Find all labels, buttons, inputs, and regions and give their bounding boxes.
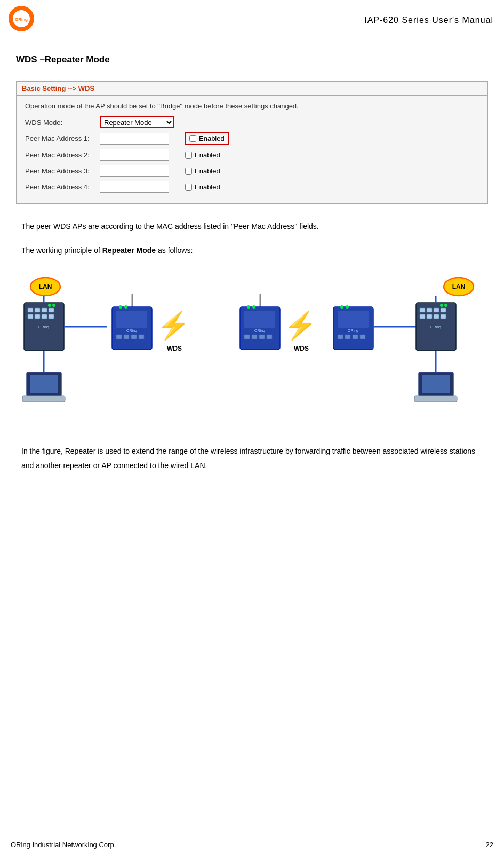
svg-rect-15 bbox=[49, 314, 54, 319]
svg-text:LAN: LAN bbox=[452, 283, 466, 290]
peer-enabled-2: Enabled bbox=[185, 151, 220, 159]
main-content: WDS –Repeater Mode Basic Setting --> WDS… bbox=[0, 38, 504, 492]
peer-mac-label-2: Peer Mac Address 2: bbox=[25, 151, 100, 159]
svg-rect-31 bbox=[116, 335, 122, 339]
svg-rect-14 bbox=[42, 314, 47, 319]
footer-company: ORing Industrial Networking Corp. bbox=[11, 841, 116, 849]
wds-box-header: Basic Setting --> WDS bbox=[17, 82, 487, 96]
svg-rect-73 bbox=[422, 375, 450, 393]
svg-rect-57 bbox=[360, 335, 365, 339]
svg-rect-8 bbox=[28, 308, 33, 312]
svg-point-29 bbox=[124, 305, 127, 309]
svg-rect-44 bbox=[252, 335, 257, 339]
peer-enabled-1: Enabled bbox=[185, 132, 229, 145]
svg-rect-12 bbox=[28, 314, 33, 319]
svg-text:WDS: WDS bbox=[294, 345, 309, 352]
header-title: IAP-620 Series User's Manual bbox=[364, 15, 493, 25]
svg-text:ORing: ORing bbox=[126, 329, 137, 333]
peer-enabled-checkbox-1[interactable] bbox=[189, 135, 196, 142]
wds-box-body: Operation mode of the AP should be set t… bbox=[17, 96, 487, 203]
svg-rect-66 bbox=[434, 314, 439, 319]
svg-rect-67 bbox=[441, 314, 446, 319]
svg-rect-55 bbox=[345, 335, 350, 339]
peer-enabled-checkbox-4[interactable] bbox=[185, 184, 192, 191]
wds-mode-select[interactable]: Repeater Mode bbox=[100, 116, 174, 128]
svg-rect-21 bbox=[30, 375, 58, 393]
peer-mac-row-1: Peer Mac Address 1: Enabled bbox=[25, 132, 479, 145]
svg-point-51 bbox=[340, 305, 343, 309]
page-heading: WDS –Repeater Mode bbox=[16, 54, 488, 65]
wds-mode-label: WDS Mode: bbox=[25, 119, 100, 127]
svg-point-68 bbox=[444, 304, 447, 307]
svg-text:ORing: ORing bbox=[254, 329, 265, 333]
peer-mac-label-4: Peer Mac Address 4: bbox=[25, 183, 100, 191]
peer-mac-row-2: Peer Mac Address 2: Enabled bbox=[25, 149, 479, 161]
svg-rect-74 bbox=[414, 396, 457, 402]
description-2: The working principle of Repeater Mode a… bbox=[16, 244, 488, 257]
svg-rect-46 bbox=[267, 335, 272, 339]
peer-mac-input-4[interactable] bbox=[100, 181, 169, 193]
svg-rect-13 bbox=[35, 314, 40, 319]
oring-logo: ORing bbox=[5, 5, 37, 35]
svg-rect-63 bbox=[441, 308, 446, 312]
svg-rect-27 bbox=[116, 311, 147, 328]
svg-point-52 bbox=[346, 305, 349, 309]
peer-mac-input-3[interactable] bbox=[100, 165, 169, 177]
repeater-diagram: LAN LAN ORing bbox=[16, 268, 488, 433]
desc2-bold: Repeater Mode bbox=[102, 246, 156, 255]
peer-mac-row-4: Peer Mac Address 4: Enabled bbox=[25, 181, 479, 193]
svg-rect-50 bbox=[338, 311, 369, 328]
svg-text:⚡: ⚡ bbox=[157, 310, 190, 342]
svg-rect-10 bbox=[42, 308, 47, 312]
page-header: ORing IAP-620 Series User's Manual bbox=[0, 0, 504, 38]
paragraph-3: In the figure, Repeater is used to exten… bbox=[16, 444, 488, 472]
page-footer: ORing Industrial Networking Corp. 22 bbox=[0, 836, 504, 853]
wds-note: Operation mode of the AP should be set t… bbox=[25, 102, 479, 110]
peer-enabled-3: Enabled bbox=[185, 167, 220, 175]
enabled-label-4: Enabled bbox=[195, 183, 220, 191]
svg-rect-9 bbox=[35, 308, 40, 312]
svg-rect-34 bbox=[139, 335, 144, 339]
wds-settings-box: Basic Setting --> WDS Operation mode of … bbox=[16, 81, 488, 204]
peer-mac-input-2[interactable] bbox=[100, 149, 169, 161]
wds-mode-row: WDS Mode: Repeater Mode bbox=[25, 116, 479, 128]
svg-rect-22 bbox=[22, 396, 65, 402]
svg-text:ORing: ORing bbox=[15, 17, 28, 22]
diagram-svg: LAN LAN ORing bbox=[16, 268, 488, 433]
svg-point-69 bbox=[440, 304, 443, 307]
peer-mac-row-3: Peer Mac Address 3: Enabled bbox=[25, 165, 479, 177]
svg-point-28 bbox=[119, 305, 122, 309]
svg-rect-32 bbox=[124, 335, 129, 339]
peer-mac-label-3: Peer Mac Address 3: bbox=[25, 167, 100, 175]
description-1: The peer WDS APs are according to the MA… bbox=[16, 220, 488, 233]
peer-mac-label-1: Peer Mac Address 1: bbox=[25, 135, 100, 143]
desc2-suffix: as follows: bbox=[156, 246, 193, 255]
peer-enabled-checkbox-3[interactable] bbox=[185, 168, 192, 175]
svg-text:ORing: ORing bbox=[348, 329, 358, 333]
svg-rect-60 bbox=[420, 308, 425, 312]
svg-rect-61 bbox=[427, 308, 432, 312]
peer-mac-input-1[interactable] bbox=[100, 133, 169, 145]
svg-rect-45 bbox=[259, 335, 265, 339]
svg-rect-56 bbox=[353, 335, 358, 339]
svg-text:WDS: WDS bbox=[167, 345, 182, 352]
svg-rect-62 bbox=[434, 308, 439, 312]
svg-rect-54 bbox=[338, 335, 343, 339]
svg-rect-64 bbox=[420, 314, 425, 319]
svg-text:ORing: ORing bbox=[38, 325, 49, 329]
svg-text:LAN: LAN bbox=[39, 283, 52, 290]
svg-rect-33 bbox=[131, 335, 137, 339]
svg-point-16 bbox=[52, 304, 55, 307]
svg-point-40 bbox=[247, 305, 250, 309]
enabled-label-1: Enabled bbox=[199, 135, 225, 143]
svg-rect-43 bbox=[244, 335, 250, 339]
svg-point-17 bbox=[48, 304, 51, 307]
enabled-label-2: Enabled bbox=[195, 151, 220, 159]
svg-rect-39 bbox=[244, 311, 275, 328]
desc2-prefix: The working principle of bbox=[21, 246, 102, 255]
svg-rect-11 bbox=[49, 308, 54, 312]
peer-enabled-checkbox-2[interactable] bbox=[185, 152, 192, 159]
svg-point-41 bbox=[252, 305, 255, 309]
svg-text:ORing: ORing bbox=[430, 325, 441, 329]
footer-page-number: 22 bbox=[486, 841, 493, 849]
